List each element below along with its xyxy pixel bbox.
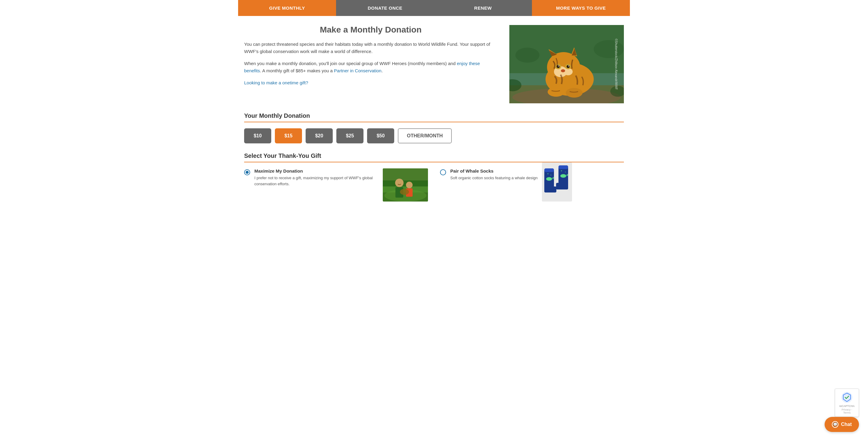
svg-point-21 <box>516 48 539 63</box>
gift-options: Maximize My Donation I prefer not to rec… <box>244 168 624 201</box>
gift-desc-maximize: I prefer not to receive a gift, maximizi… <box>254 175 378 187</box>
gift-image-maximize <box>383 168 428 201</box>
amount-buttons: $10 $15 $20 $25 $50 OTHER/MONTH <box>244 128 624 144</box>
svg-point-34 <box>400 189 409 195</box>
tab-give-monthly[interactable]: GIVE MONTHLY <box>238 0 336 16</box>
svg-point-14 <box>561 69 565 72</box>
tiger-svg <box>509 25 624 103</box>
nav-tabs: GIVE MONTHLY DONATE ONCE RENEW MORE WAYS… <box>0 0 868 16</box>
tab-donate-once[interactable]: DONATE ONCE <box>336 0 434 16</box>
svg-point-51 <box>565 172 566 172</box>
svg-point-32 <box>406 182 412 188</box>
gift-section-title: Select Your Thank-You Gift <box>244 152 624 162</box>
hero-paragraph-1: You can protect threatened species and t… <box>244 41 497 55</box>
svg-rect-38 <box>544 186 556 192</box>
tiger-image: ©Shutterstock/Zhiltsov Alexandr/WWF <box>509 25 624 103</box>
svg-point-11 <box>567 65 569 68</box>
svg-point-48 <box>547 173 549 175</box>
donation-section-title: Your Monthly Donation <box>244 113 624 122</box>
gift-option-maximize: Maximize My Donation I prefer not to rec… <box>244 168 428 201</box>
amount-15[interactable]: $15 <box>275 128 302 144</box>
gift-info-maximize: Maximize My Donation I prefer not to rec… <box>254 168 378 187</box>
svg-point-49 <box>550 175 551 176</box>
amount-10[interactable]: $10 <box>244 128 271 144</box>
amount-50[interactable]: $50 <box>367 128 394 144</box>
svg-point-46 <box>560 174 566 178</box>
svg-rect-44 <box>556 183 568 189</box>
svg-point-50 <box>561 170 562 171</box>
radio-maximize[interactable] <box>244 169 250 175</box>
gift-title-whale-socks: Pair of Whale Socks <box>450 168 538 174</box>
svg-point-13 <box>568 65 569 67</box>
amount-other[interactable]: OTHER/MONTH <box>398 128 452 144</box>
gift-image-whale-socks <box>542 162 572 201</box>
gift-info-whale-socks: Pair of Whale Socks Soft organic cotton … <box>450 168 538 181</box>
svg-point-30 <box>395 179 404 187</box>
gift-section: Select Your Thank-You Gift Maximize My D… <box>244 152 624 201</box>
main-content: Make a Monthly Donation You can protect … <box>238 16 630 208</box>
hero-image-container: ©Shutterstock/Zhiltsov Alexandr/WWF <box>509 25 624 103</box>
people-svg <box>383 168 428 201</box>
gift-option-whale-socks: Pair of Whale Socks Soft organic cotton … <box>440 168 624 201</box>
radio-whale-socks[interactable] <box>440 169 446 175</box>
people-placeholder <box>383 168 428 201</box>
partner-conservation-link[interactable]: Partner in Conservation <box>334 68 381 73</box>
hero-image: ©Shutterstock/Zhiltsov Alexandr/WWF <box>509 25 624 103</box>
svg-point-20 <box>566 88 583 98</box>
svg-rect-39 <box>544 168 554 172</box>
socks-svg <box>542 162 572 201</box>
tab-renew[interactable]: RENEW <box>434 0 532 16</box>
photo-credit: ©Shutterstock/Zhiltsov Alexandr/WWF <box>615 38 618 90</box>
socks-placeholder <box>542 162 572 201</box>
donation-section: Your Monthly Donation $10 $15 $20 $25 $5… <box>244 113 624 144</box>
svg-point-22 <box>594 40 624 58</box>
amount-25[interactable]: $25 <box>336 128 364 144</box>
onetime-gift-link[interactable]: Looking to make a onetime gift? <box>244 80 308 85</box>
svg-point-40 <box>546 177 552 181</box>
hero-text: Make a Monthly Donation You can protect … <box>244 25 497 103</box>
hero-paragraph-2: When you make a monthly donation, you'll… <box>244 60 497 74</box>
gift-title-maximize: Maximize My Donation <box>254 168 378 174</box>
svg-point-12 <box>558 65 559 67</box>
svg-point-19 <box>548 87 564 97</box>
svg-rect-28 <box>383 168 428 181</box>
page-title: Make a Monthly Donation <box>244 25 497 35</box>
amount-20[interactable]: $20 <box>306 128 333 144</box>
svg-rect-45 <box>558 165 568 169</box>
hero-section: Make a Monthly Donation You can protect … <box>244 25 624 103</box>
gift-desc-whale-socks: Soft organic cotton socks featuring a wh… <box>450 175 538 181</box>
tab-more-ways[interactable]: MORE WAYS TO GIVE <box>532 0 630 16</box>
